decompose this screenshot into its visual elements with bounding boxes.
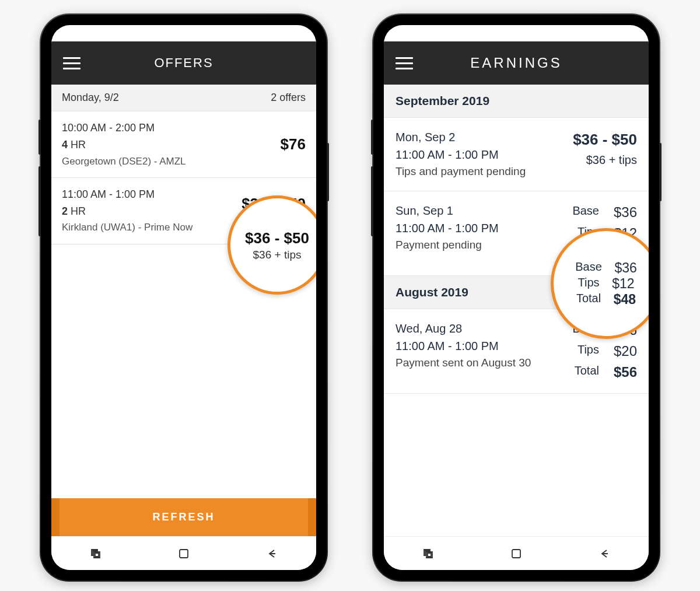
home-icon[interactable]	[177, 547, 190, 560]
offer-row[interactable]: 10:00 AM - 2:00 PM 4 HR Georgetown (DSE2…	[51, 111, 316, 178]
power-button	[659, 143, 662, 201]
refresh-button[interactable]: REFRESH	[51, 498, 316, 536]
earning-amount: $36 - $50	[573, 128, 637, 151]
month-header: September 2019	[384, 85, 649, 118]
app-header: EARNINGS	[384, 41, 649, 85]
earning-row[interactable]: Mon, Sep 2 11:00 AM - 1:00 PM Tips and p…	[384, 118, 649, 191]
earning-sub: $36 + tips	[573, 151, 637, 169]
earning-date: Sun, Sep 1	[396, 202, 499, 219]
volume-button	[371, 120, 373, 155]
back-icon[interactable]	[265, 547, 278, 560]
svg-rect-0	[180, 550, 188, 558]
app-header: OFFERS	[51, 41, 316, 85]
volume-button	[371, 166, 373, 236]
earning-status: Payment pending	[396, 237, 499, 254]
menu-icon[interactable]	[396, 57, 413, 69]
offer-count: 2 offers	[271, 92, 306, 104]
offer-location: Kirkland (UWA1) - Prime Now	[62, 219, 192, 235]
earning-date: Wed, Aug 28	[396, 320, 531, 337]
earning-time: 11:00 AM - 1:00 PM	[396, 337, 531, 355]
offer-time: 10:00 AM - 2:00 PM	[62, 120, 186, 137]
offer-time: 11:00 AM - 1:00 PM	[62, 186, 192, 203]
earning-status: Payment sent on August 30	[396, 355, 531, 372]
volume-button	[38, 166, 41, 236]
phone-offers: OFFERS Monday, 9/2 2 offers 10:00 AM - 2…	[41, 15, 327, 580]
earning-time: 11:00 AM - 1:00 PM	[396, 219, 499, 237]
home-icon[interactable]	[510, 547, 523, 560]
recent-apps-icon[interactable]	[422, 547, 435, 560]
phone-earnings: EARNINGS September 2019 Mon, Sep 2 11:00…	[373, 15, 659, 580]
recent-apps-icon[interactable]	[89, 547, 102, 560]
android-navbar	[384, 536, 649, 570]
app-title: OFFERS	[80, 55, 287, 71]
menu-icon[interactable]	[63, 57, 80, 69]
earning-status: Tips and payment pending	[396, 163, 526, 180]
offer-price: $76	[281, 135, 306, 153]
offer-hours: 2	[62, 205, 68, 217]
volume-button	[38, 120, 41, 155]
date-label: Monday, 9/2	[62, 92, 119, 104]
android-navbar	[51, 536, 316, 570]
app-title: EARNINGS	[413, 55, 620, 71]
offer-location: Georgetown (DSE2) - AMZL	[62, 153, 186, 169]
earning-date: Mon, Sep 2	[396, 128, 526, 146]
offer-hours: 4	[62, 139, 68, 151]
date-header: Monday, 9/2 2 offers	[51, 85, 316, 111]
svg-rect-1	[512, 550, 520, 558]
earning-time: 11:00 AM - 1:00 PM	[396, 146, 526, 163]
power-button	[327, 143, 329, 201]
back-icon[interactable]	[598, 547, 611, 560]
